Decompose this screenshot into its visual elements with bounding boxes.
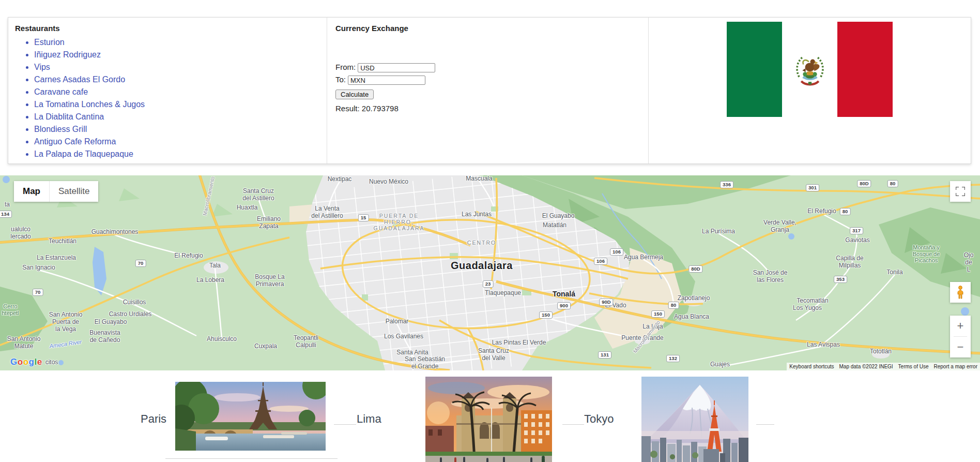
google-logo-letter: o bbox=[18, 357, 23, 367]
fullscreen-icon bbox=[956, 187, 965, 196]
currency-title: Currency Exchange bbox=[335, 24, 648, 33]
restaurant-link[interactable]: Carnes Asadas El Gordo bbox=[34, 75, 125, 84]
lima-photo bbox=[425, 377, 552, 462]
restaurant-link[interactable]: Antiguo Cafe Reforma bbox=[34, 137, 116, 146]
city-label-lima: Lima bbox=[357, 412, 381, 426]
restaurant-list: EsturionIñiguez RodriguezVipsCarnes Asad… bbox=[15, 38, 327, 159]
attribution-text: Map data ©2022 INEGI bbox=[837, 363, 896, 370]
restaurant-list-item: Iñiguez Rodriguez bbox=[34, 50, 327, 59]
flag-green-stripe bbox=[727, 22, 782, 117]
currency-panel: Currency Exchange From: To: Calculate Re… bbox=[327, 18, 649, 163]
flag-panel bbox=[649, 18, 971, 163]
from-input[interactable] bbox=[358, 63, 435, 72]
restaurant-link[interactable]: La Palapa de Tlaquepaque bbox=[34, 150, 133, 158]
restaurant-list-item: Caravane cafe bbox=[34, 87, 327, 97]
restaurant-list-item: Antiguo Cafe Reforma bbox=[34, 137, 327, 146]
restaurant-list-item: La Diablita Cantina bbox=[34, 112, 327, 122]
cities-row: Paris bbox=[0, 370, 980, 462]
attribution-link[interactable]: Terms of Use bbox=[896, 363, 931, 370]
restaurant-link[interactable]: La Tomatina Lonches & Jugos bbox=[34, 100, 145, 109]
city-label-tokyo: Tokyo bbox=[584, 412, 614, 426]
restaurant-list-item: Esturion bbox=[34, 38, 327, 47]
restaurant-link[interactable]: Blondiess Grill bbox=[34, 125, 87, 133]
currency-result: Result: 20.793798 bbox=[335, 104, 648, 113]
restaurant-link[interactable]: Vips bbox=[34, 63, 50, 71]
from-label: From: bbox=[335, 63, 356, 71]
restaurant-list-item: La Palapa de Tlaquepaque bbox=[34, 150, 327, 159]
pegman-icon bbox=[956, 286, 964, 299]
restaurant-link[interactable]: Iñiguez Rodriguez bbox=[34, 50, 101, 59]
pegman-button[interactable] bbox=[950, 282, 971, 303]
fullscreen-button[interactable] bbox=[950, 181, 971, 202]
restaurant-link[interactable]: Caravane cafe bbox=[34, 87, 88, 96]
paris-underline bbox=[165, 458, 338, 459]
google-logo-letter: G bbox=[10, 357, 18, 367]
restaurant-link[interactable]: Esturion bbox=[34, 38, 65, 47]
google-map[interactable]: NextipacNuevo MéxicoMascualaSanta Cruz d… bbox=[0, 175, 980, 370]
restaurants-panel: Restaurants EsturionIñiguez RodriguezVip… bbox=[8, 18, 327, 163]
separator-before-tokyo bbox=[562, 424, 584, 425]
restaurant-link[interactable]: La Diablita Cantina bbox=[34, 112, 104, 121]
zoom-out-button[interactable]: − bbox=[950, 337, 971, 357]
google-logo-letter: o bbox=[23, 357, 29, 367]
map-artwork bbox=[0, 175, 980, 370]
map-type-control: Map Satellite bbox=[14, 181, 98, 202]
restaurant-list-item: Carnes Asadas El Gordo bbox=[34, 75, 327, 84]
zoom-in-button[interactable]: + bbox=[950, 316, 971, 336]
restaurant-list-item: Blondiess Grill bbox=[34, 125, 327, 134]
tokyo-photo bbox=[641, 377, 748, 462]
map-type-satellite-button[interactable]: Satellite bbox=[50, 181, 98, 202]
google-logo-letter: e bbox=[37, 357, 42, 367]
restaurant-list-item: La Tomatina Lonches & Jugos bbox=[34, 100, 327, 109]
calculate-button[interactable]: Calculate bbox=[335, 90, 374, 99]
separator-after-tokyo bbox=[756, 424, 774, 425]
city-label-paris: Paris bbox=[141, 412, 166, 426]
google-logo-letter: g bbox=[29, 357, 35, 367]
separator-before-lima bbox=[334, 424, 356, 425]
restaurants-title: Restaurants bbox=[15, 24, 327, 33]
top-panels: Restaurants EsturionIñiguez RodriguezVip… bbox=[8, 17, 971, 164]
to-input[interactable] bbox=[348, 76, 425, 85]
map-type-map-button[interactable]: Map bbox=[14, 181, 49, 202]
zoom-control: + − bbox=[950, 316, 971, 357]
flag-red-stripe bbox=[837, 22, 893, 117]
mexico-flag bbox=[727, 22, 893, 117]
attribution-link[interactable]: Report a map error bbox=[931, 363, 980, 370]
google-logo[interactable]: Google bbox=[10, 357, 42, 367]
mexico-coat-of-arms bbox=[788, 48, 832, 91]
restaurant-list-item: Vips bbox=[34, 63, 327, 72]
map-attribution: Keyboard shortcutsMap data ©2022 INEGITe… bbox=[787, 363, 980, 370]
to-label: To: bbox=[335, 75, 346, 84]
currency-form: From: To: Calculate Result: 20.793798 bbox=[335, 63, 648, 113]
attribution-link[interactable]: Keyboard shortcuts bbox=[787, 363, 836, 370]
paris-photo bbox=[175, 382, 326, 451]
